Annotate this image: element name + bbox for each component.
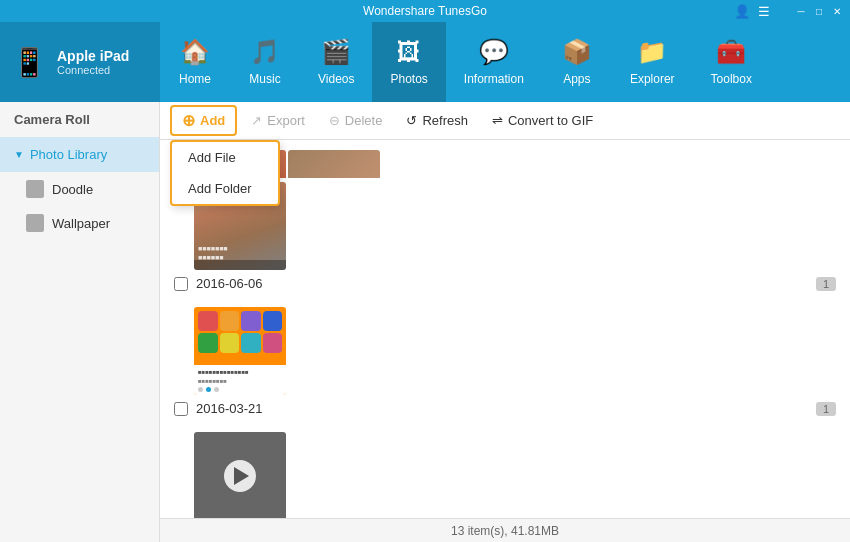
colorful-caption: ■■■■■■■■■■■■■■ ■■■■■■■■	[194, 365, 286, 395]
sidebar-item-photo-library[interactable]: ▼ Photo Library	[0, 137, 159, 172]
refresh-icon: ↺	[406, 113, 417, 128]
photo-library-label: Photo Library	[30, 147, 107, 162]
group-1-count: 1	[816, 277, 836, 291]
photo-thumb-video[interactable]	[194, 432, 286, 518]
grid-cell-1	[198, 311, 218, 331]
add-dropdown-menu: Add File Add Folder	[170, 140, 280, 206]
add-plus-icon: ⊕	[182, 111, 195, 130]
videos-icon: 🎬	[321, 38, 351, 66]
main-layout: Camera Roll ▼ Photo Library Doodle Wallp…	[0, 102, 850, 542]
group-1-date: 2016-06-06	[196, 276, 263, 291]
device-info: 📱 Apple iPad Connected	[0, 22, 160, 102]
delete-icon: ⊖	[329, 113, 340, 128]
minimize-button[interactable]: ─	[794, 4, 808, 18]
photo-group-header-2: 2016-03-21 1	[170, 395, 840, 422]
convert-icon: ⇌	[492, 113, 503, 128]
doodle-thumb-icon	[26, 180, 44, 198]
home-label: Home	[179, 72, 211, 86]
top-image-strip	[194, 150, 840, 178]
photo-thumb-colorful[interactable]: ■■■■■■■■■■■■■■ ■■■■■■■■	[194, 307, 286, 395]
sidebar-item-camera-roll[interactable]: Camera Roll	[0, 102, 159, 137]
sidebar: Camera Roll ▼ Photo Library Doodle Wallp…	[0, 102, 160, 542]
photo-group-2: ■■■■■■■■■■■■■■ ■■■■■■■■ 2016-03-21 1	[170, 307, 840, 422]
delete-button[interactable]: ⊖ Delete	[319, 109, 393, 132]
add-file-item[interactable]: Add File	[172, 142, 278, 173]
doodle-label: Doodle	[52, 182, 93, 197]
photo-group-3	[170, 432, 840, 518]
nav-videos[interactable]: 🎬 Videos	[300, 22, 372, 102]
delete-label: Delete	[345, 113, 383, 128]
colorful-app-grid	[194, 307, 286, 357]
information-label: Information	[464, 72, 524, 86]
wallpaper-thumb-icon	[26, 214, 44, 232]
explorer-label: Explorer	[630, 72, 675, 86]
title-bar: Wondershare TunesGo 👤 ☰ ─ □ ✕	[0, 0, 850, 22]
nav-toolbox[interactable]: 🧰 Toolbox	[693, 22, 770, 102]
nav-music[interactable]: 🎵 Music	[230, 22, 300, 102]
close-button[interactable]: ✕	[830, 4, 844, 18]
group-2-count: 1	[816, 402, 836, 416]
nav-photos[interactable]: 🖼 Photos	[372, 22, 445, 102]
convert-label: Convert to GIF	[508, 113, 593, 128]
colorful-dots	[198, 387, 282, 392]
convert-gif-button[interactable]: ⇌ Convert to GIF	[482, 109, 603, 132]
export-button[interactable]: ↗ Export	[241, 109, 315, 132]
device-icon: 📱	[12, 46, 47, 79]
nav-home[interactable]: 🏠 Home	[160, 22, 230, 102]
refresh-button[interactable]: ↺ Refresh	[396, 109, 478, 132]
app-title: Wondershare TunesGo	[363, 4, 487, 18]
grid-cell-5	[198, 333, 218, 353]
strip-thumb-2	[288, 150, 380, 178]
camera-roll-label: Camera Roll	[14, 112, 90, 127]
toolbox-label: Toolbox	[711, 72, 752, 86]
nav-bar: 📱 Apple iPad Connected 🏠 Home 🎵 Music 🎬 …	[0, 22, 850, 102]
export-icon: ↗	[251, 113, 262, 128]
group-2-checkbox[interactable]	[174, 402, 188, 416]
videos-label: Videos	[318, 72, 354, 86]
nav-explorer[interactable]: 📁 Explorer	[612, 22, 693, 102]
nav-items: 🏠 Home 🎵 Music 🎬 Videos 🖼 Photos 💬 Infor…	[160, 22, 850, 102]
add-button[interactable]: ⊕ Add	[170, 105, 237, 136]
export-label: Export	[267, 113, 305, 128]
group-2-date: 2016-03-21	[196, 401, 263, 416]
nav-information[interactable]: 💬 Information	[446, 22, 542, 102]
grid-cell-2	[220, 311, 240, 331]
wallpaper-label: Wallpaper	[52, 216, 110, 231]
explorer-icon: 📁	[637, 38, 667, 66]
status-bar: 13 item(s), 41.81MB	[160, 518, 850, 542]
device-name: Apple iPad	[57, 48, 129, 64]
menu-icon[interactable]: ☰	[758, 4, 770, 19]
toolbox-icon: 🧰	[716, 38, 746, 66]
nav-apps[interactable]: 📦 Apps	[542, 22, 612, 102]
music-label: Music	[249, 72, 280, 86]
apps-label: Apps	[563, 72, 590, 86]
information-icon: 💬	[479, 38, 509, 66]
grid-cell-4	[263, 311, 283, 331]
add-folder-item[interactable]: Add Folder	[172, 173, 278, 204]
content-area: ⊕ Add Add File Add Folder ↗ Export ⊖ Del…	[160, 102, 850, 542]
grid-cell-7	[241, 333, 261, 353]
play-button	[224, 460, 256, 492]
refresh-label: Refresh	[422, 113, 468, 128]
apps-icon: 📦	[562, 38, 592, 66]
maximize-button[interactable]: □	[812, 4, 826, 18]
group-1-checkbox[interactable]	[174, 277, 188, 291]
toolbar: ⊕ Add Add File Add Folder ↗ Export ⊖ Del…	[160, 102, 850, 140]
expand-triangle-icon: ▼	[14, 149, 24, 160]
photo-group-header-1: 2016-06-06 1	[170, 270, 840, 297]
photo-bottom-bar	[194, 260, 286, 270]
photos-icon: 🖼	[397, 38, 421, 66]
device-status: Connected	[57, 64, 129, 76]
device-text: Apple iPad Connected	[57, 48, 129, 76]
status-text: 13 item(s), 41.81MB	[451, 524, 559, 538]
sidebar-item-wallpaper[interactable]: Wallpaper	[0, 206, 159, 240]
user-icon[interactable]: 👤	[734, 4, 750, 19]
photos-label: Photos	[390, 72, 427, 86]
grid-cell-3	[241, 311, 261, 331]
music-icon: 🎵	[250, 38, 280, 66]
title-bar-icons: 👤 ☰	[734, 4, 770, 19]
add-label: Add	[200, 113, 225, 128]
window-controls: ─ □ ✕	[794, 4, 844, 18]
grid-cell-6	[220, 333, 240, 353]
sidebar-item-doodle[interactable]: Doodle	[0, 172, 159, 206]
